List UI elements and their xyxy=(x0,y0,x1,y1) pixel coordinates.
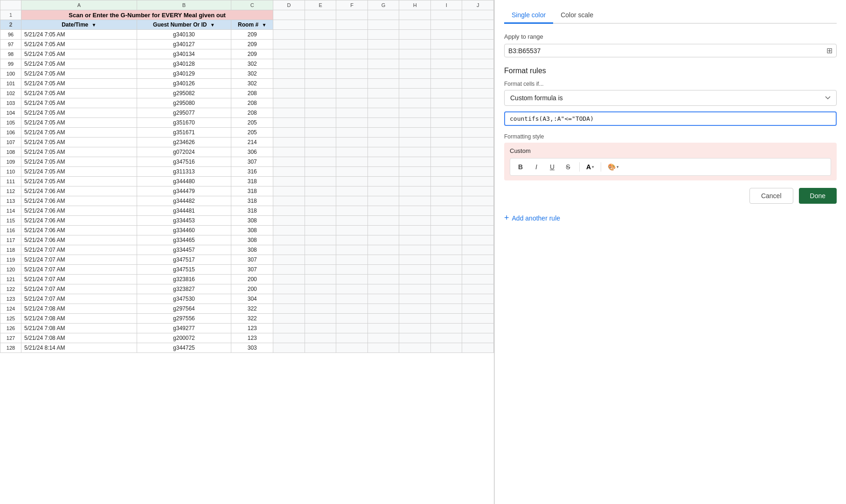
cell-guestid[interactable]: g344482 xyxy=(137,196,231,206)
cell-datetime[interactable]: 5/21/24 7:08 AM xyxy=(21,324,137,333)
table-row[interactable]: 1195/21/24 7:07 AMg347517307 xyxy=(0,255,494,265)
table-row[interactable]: 1135/21/24 7:06 AMg344482318 xyxy=(0,196,494,206)
table-row[interactable]: 1155/21/24 7:06 AMg334453308 xyxy=(0,216,494,226)
cell-room[interactable]: 308 xyxy=(231,235,273,245)
filter-icon-a[interactable]: ▼ xyxy=(92,22,97,28)
cell-datetime[interactable]: 5/21/24 7:06 AM xyxy=(21,186,137,196)
cell-room[interactable]: 200 xyxy=(231,275,273,284)
col-header-g[interactable]: G xyxy=(368,0,399,10)
cell-room[interactable]: 302 xyxy=(231,59,273,69)
table-row[interactable]: 1255/21/24 7:08 AMg297556322 xyxy=(0,314,494,324)
cell-room[interactable]: 318 xyxy=(231,177,273,186)
cell-room[interactable]: 205 xyxy=(231,118,273,128)
cell-room[interactable]: 308 xyxy=(231,226,273,235)
table-row[interactable]: 1215/21/24 7:07 AMg323816200 xyxy=(0,275,494,284)
cell-guestid[interactable]: g351670 xyxy=(137,118,231,128)
cell-datetime[interactable]: 5/21/24 7:07 AM xyxy=(21,245,137,255)
filter-icon-b[interactable]: ▼ xyxy=(210,22,215,28)
table-row[interactable]: 1125/21/24 7:06 AMg344479318 xyxy=(0,186,494,196)
cell-datetime[interactable]: 5/21/24 7:05 AM xyxy=(21,98,137,108)
cell-room[interactable]: 304 xyxy=(231,294,273,304)
fill-color-button[interactable]: 🎨 ▾ xyxy=(606,162,621,172)
col-header-j[interactable]: J xyxy=(462,0,494,10)
format-condition-dropdown[interactable]: Custom formula is xyxy=(504,90,837,106)
col-header-d[interactable]: D xyxy=(273,0,305,10)
cell-room[interactable]: 303 xyxy=(231,343,273,353)
table-row[interactable]: 1105/21/24 7:05 AMg311313316 xyxy=(0,167,494,177)
cell-datetime[interactable]: 5/21/24 7:05 AM xyxy=(21,108,137,118)
table-row[interactable]: 1285/21/24 8:14 AMg344725303 xyxy=(0,343,494,353)
table-row[interactable]: 1265/21/24 7:08 AMg349277123 xyxy=(0,324,494,333)
cell-datetime[interactable]: 5/21/24 7:06 AM xyxy=(21,235,137,245)
text-color-button[interactable]: A ▾ xyxy=(584,162,596,172)
cell-guestid[interactable]: g351671 xyxy=(137,128,231,138)
cell-datetime[interactable]: 5/21/24 7:07 AM xyxy=(21,255,137,265)
table-row[interactable]: 1005/21/24 7:05 AMg340129302 xyxy=(0,69,494,79)
cell-datetime[interactable]: 5/21/24 7:05 AM xyxy=(21,59,137,69)
cell-datetime[interactable]: 5/21/24 7:07 AM xyxy=(21,275,137,284)
cell-datetime[interactable]: 5/21/24 7:06 AM xyxy=(21,226,137,235)
cell-guestid[interactable]: g340134 xyxy=(137,49,231,59)
cell-room[interactable]: 209 xyxy=(231,49,273,59)
strikethrough-button[interactable]: S xyxy=(562,160,575,173)
table-row[interactable]: 1075/21/24 7:05 AMg234626214 xyxy=(0,138,494,147)
cell-room[interactable]: 208 xyxy=(231,89,273,98)
cancel-button[interactable]: Cancel xyxy=(749,188,793,204)
cell-datetime[interactable]: 5/21/24 7:05 AM xyxy=(21,147,137,157)
cell-guestid[interactable]: g349277 xyxy=(137,324,231,333)
cell-guestid[interactable]: g334460 xyxy=(137,226,231,235)
cell-guestid[interactable]: g072024 xyxy=(137,147,231,157)
cell-guestid[interactable]: g200072 xyxy=(137,333,231,343)
formula-input[interactable] xyxy=(504,111,837,126)
cell-guestid[interactable]: g340128 xyxy=(137,59,231,69)
cell-datetime[interactable]: 5/21/24 7:05 AM xyxy=(21,157,137,167)
add-rule-row[interactable]: + Add another rule xyxy=(504,213,837,223)
col-header-c[interactable]: C xyxy=(231,0,273,10)
cell-room[interactable]: 208 xyxy=(231,98,273,108)
table-row[interactable]: 1025/21/24 7:05 AMg295082208 xyxy=(0,89,494,98)
cell-datetime[interactable]: 5/21/24 7:08 AM xyxy=(21,314,137,324)
cell-room[interactable]: 306 xyxy=(231,147,273,157)
col-header-b[interactable]: B xyxy=(137,0,231,10)
cell-room[interactable]: 302 xyxy=(231,69,273,79)
cell-room[interactable]: 205 xyxy=(231,128,273,138)
bold-button[interactable]: B xyxy=(514,160,527,173)
cell-guestid[interactable]: g334465 xyxy=(137,235,231,245)
cell-datetime[interactable]: 5/21/24 7:06 AM xyxy=(21,206,137,216)
cell-room[interactable]: 209 xyxy=(231,40,273,49)
cell-room[interactable]: 209 xyxy=(231,30,273,40)
cell-room[interactable]: 208 xyxy=(231,108,273,118)
cell-guestid[interactable]: g295080 xyxy=(137,98,231,108)
cell-datetime[interactable]: 5/21/24 7:05 AM xyxy=(21,30,137,40)
cell-guestid[interactable]: g344479 xyxy=(137,186,231,196)
table-row[interactable]: 1165/21/24 7:06 AMg334460308 xyxy=(0,226,494,235)
range-input[interactable] xyxy=(508,47,826,55)
cell-datetime[interactable]: 5/21/24 7:05 AM xyxy=(21,177,137,186)
cell-room[interactable]: 214 xyxy=(231,138,273,147)
cell-guestid[interactable]: g347516 xyxy=(137,157,231,167)
cell-datetime[interactable]: 5/21/24 7:05 AM xyxy=(21,138,137,147)
cell-guestid[interactable]: g297556 xyxy=(137,314,231,324)
cell-datetime[interactable]: 5/21/24 7:05 AM xyxy=(21,128,137,138)
underline-button[interactable]: U xyxy=(546,160,559,173)
header-room[interactable]: Room # ▼ xyxy=(231,20,273,30)
table-row[interactable]: 1175/21/24 7:06 AMg334465308 xyxy=(0,235,494,245)
table-row[interactable]: 1065/21/24 7:05 AMg351671205 xyxy=(0,128,494,138)
cell-guestid[interactable]: g340129 xyxy=(137,69,231,79)
cell-guestid[interactable]: g323827 xyxy=(137,284,231,294)
cell-datetime[interactable]: 5/21/24 7:07 AM xyxy=(21,294,137,304)
table-row[interactable]: 1275/21/24 7:08 AMg200072123 xyxy=(0,333,494,343)
cell-guestid[interactable]: g295082 xyxy=(137,89,231,98)
table-row[interactable]: 1015/21/24 7:05 AMg340126302 xyxy=(0,79,494,89)
table-row[interactable]: 1205/21/24 7:07 AMg347515307 xyxy=(0,265,494,275)
cell-guestid[interactable]: g311313 xyxy=(137,167,231,177)
italic-button[interactable]: I xyxy=(530,160,543,173)
table-row[interactable]: 1185/21/24 7:07 AMg334457308 xyxy=(0,245,494,255)
cell-guestid[interactable]: g334453 xyxy=(137,216,231,226)
cell-datetime[interactable]: 5/21/24 7:05 AM xyxy=(21,79,137,89)
cell-datetime[interactable]: 5/21/24 7:05 AM xyxy=(21,49,137,59)
cell-datetime[interactable]: 5/21/24 7:08 AM xyxy=(21,333,137,343)
header-guestid[interactable]: Guest Number Or ID ▼ xyxy=(137,20,231,30)
cell-datetime[interactable]: 5/21/24 7:05 AM xyxy=(21,89,137,98)
cell-datetime[interactable]: 5/21/24 7:07 AM xyxy=(21,284,137,294)
